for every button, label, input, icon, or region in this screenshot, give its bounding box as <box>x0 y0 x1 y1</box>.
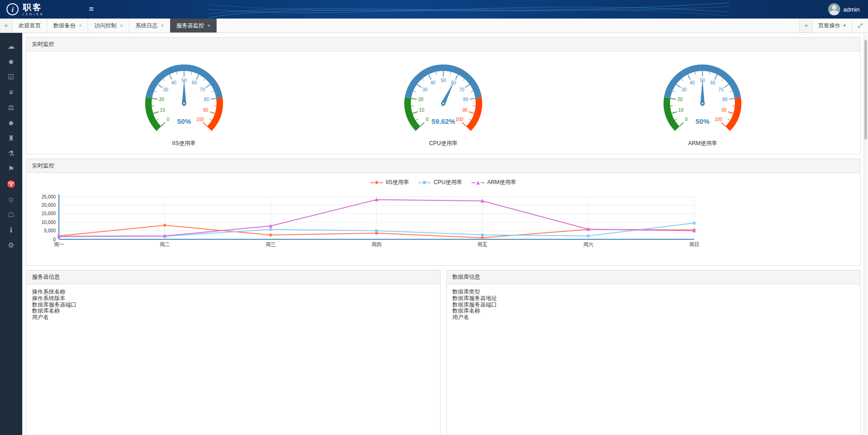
svg-text:周日: 周日 <box>689 242 699 247</box>
legend-item-3[interactable]: ARM使用率 <box>472 179 517 186</box>
tab-actions-label: 页签操作 <box>818 22 840 30</box>
sidebar-item-lab[interactable]: ⚗ <box>0 146 22 161</box>
sidebar-item-bank[interactable]: ⚖ <box>0 100 22 115</box>
bank-icon: ⚖ <box>8 103 14 112</box>
tab-label: 系统日志 <box>135 22 158 30</box>
legend-rect-icon <box>423 181 426 184</box>
tab-3[interactable]: 访问控制× <box>88 19 129 32</box>
svg-text:20: 20 <box>677 97 683 102</box>
tab-4[interactable]: 系统日志× <box>129 19 170 32</box>
sidebar-item-team[interactable]: ☻ <box>0 115 22 130</box>
info-row: 服务器信息 操作系统名称 操作系统版本 数据库服务器端口 数据库名称 用户名 数… <box>26 270 861 435</box>
sidebar-item-settings[interactable]: ⚙ <box>0 237 22 253</box>
tab-actions-dropdown[interactable]: 页签操作 ▼ <box>812 19 852 32</box>
top-navbar: i 职客 IZHIKE ≡ admin <box>0 0 868 19</box>
logo-icon: i <box>6 3 19 15</box>
database-info-body: 数据库类型 数据库服务器地址 数据库服务器端口 数据库名称 用户名 <box>447 284 861 435</box>
vertical-scrollbar[interactable] <box>863 33 868 434</box>
main-area: ☁☻☑¥⚖☻♜⚗⚑♈☺☖ℹ⚙ 实时监控 01020304050607080901… <box>0 33 868 435</box>
svg-text:90: 90 <box>721 108 727 113</box>
sidebar-item-finance[interactable]: ¥ <box>0 84 22 100</box>
approve-icon: ☑ <box>8 73 14 81</box>
tab-1[interactable]: 欢迎首页 <box>13 19 47 32</box>
legend-label: CPU使用率 <box>434 179 462 186</box>
legend-dash <box>472 182 475 183</box>
tab-close-icon[interactable]: × <box>161 23 164 28</box>
svg-text:30: 30 <box>163 87 168 92</box>
svg-text:100: 100 <box>455 117 463 122</box>
database-info-panel: 数据库信息 数据库类型 数据库服务器地址 数据库服务器端口 数据库名称 用户名 <box>447 270 861 435</box>
user-group-icon: ☻ <box>7 58 15 65</box>
svg-text:59.62%: 59.62% <box>432 117 455 125</box>
brand-logo[interactable]: i 职客 IZHIKE <box>0 3 82 16</box>
svg-text:周六: 周六 <box>583 242 594 247</box>
tab-2[interactable]: 数据备份× <box>47 19 88 32</box>
arm-gauge-chart: 010203040506070809010050% <box>651 57 753 136</box>
fullscreen-button[interactable]: ⤢ <box>852 19 868 32</box>
tabs-scroll-left-button[interactable]: « <box>0 19 13 32</box>
svg-text:10: 10 <box>160 108 165 113</box>
sidebar-toggle-button[interactable]: ≡ <box>84 3 98 16</box>
logo-letter: i <box>12 6 13 13</box>
sidebar-item-archive[interactable]: ♜ <box>0 130 22 146</box>
tab-label: 服务器监控 <box>176 22 204 30</box>
legend-triangle-icon <box>476 181 480 185</box>
usage-line-chart: 05,00010,00015,00020,00025,000周一周二周三周四周五… <box>31 192 847 253</box>
fullscreen-icon: ⤢ <box>858 22 862 29</box>
gauge-iis: 010203040506070809010050% IIS使用率 <box>133 57 235 147</box>
gauge-label: CPU使用率 <box>429 140 457 147</box>
legend-item-1[interactable]: IIS使用率 <box>370 179 409 186</box>
info-field: 操作系统名称 <box>32 289 434 295</box>
info-field: 操作系统版本 <box>32 295 434 302</box>
svg-text:周二: 周二 <box>160 242 170 247</box>
tab-5[interactable]: 服务器监控× <box>170 19 217 32</box>
finance-icon: ¥ <box>9 88 13 96</box>
tab-close-icon[interactable]: × <box>207 23 210 28</box>
tab-close-icon[interactable]: × <box>79 23 82 28</box>
sidebar-item-info[interactable]: ℹ <box>0 222 22 237</box>
panel-title: 数据库信息 <box>447 270 861 284</box>
legend-item-2[interactable]: CPU使用率 <box>418 179 462 186</box>
tab-close-icon[interactable]: × <box>120 23 122 28</box>
svg-text:60: 60 <box>451 80 457 85</box>
gauge-label: ARM使用率 <box>688 140 717 147</box>
user-menu[interactable]: admin <box>828 3 868 15</box>
svg-text:5,000: 5,000 <box>44 228 56 233</box>
legend-dash <box>481 182 485 183</box>
tab-label: 访问控制 <box>94 22 116 30</box>
scrollbar-thumb[interactable] <box>864 40 867 140</box>
svg-text:0: 0 <box>685 117 688 122</box>
sidebar-item-sitemap[interactable]: ♈ <box>0 176 22 192</box>
svg-text:80: 80 <box>463 97 469 102</box>
lab-icon: ⚗ <box>8 149 14 158</box>
sidebar-item-monitor[interactable]: ☖ <box>0 207 22 222</box>
sidebar-item-user[interactable]: ☺ <box>0 192 22 207</box>
info-field: 数据库服务器端口 <box>32 302 434 308</box>
gauge-cpu: 010203040506070809010059.62% CPU使用率 <box>392 57 494 147</box>
svg-text:0: 0 <box>426 117 429 122</box>
svg-text:0: 0 <box>166 117 169 122</box>
legend-dash <box>370 182 374 183</box>
info-icon: ℹ <box>10 226 13 234</box>
archive-icon: ♜ <box>8 134 14 142</box>
line-chart-body: IIS使用率CPU使用率ARM使用率 05,00010,00015,00020,… <box>26 173 860 265</box>
panel-title: 实时监控 <box>26 38 860 51</box>
info-field: 用户名 <box>32 314 434 321</box>
svg-text:周四: 周四 <box>371 242 382 247</box>
svg-text:周三: 周三 <box>266 242 276 247</box>
tabs-scroll-right-button[interactable]: » <box>799 19 812 32</box>
username-label: admin <box>843 6 860 13</box>
sidebar-item-user-group[interactable]: ☻ <box>0 54 22 69</box>
sidebar-item-education[interactable]: ⚑ <box>0 161 22 176</box>
settings-icon: ⚙ <box>8 241 14 249</box>
svg-text:80: 80 <box>204 97 209 102</box>
info-field: 数据库服务器端口 <box>453 302 855 308</box>
info-field: 数据库名称 <box>453 308 855 314</box>
svg-text:40: 40 <box>171 80 177 85</box>
sidebar-item-share[interactable]: ☁ <box>0 38 22 54</box>
realtime-line-panel: 实时监控 IIS使用率CPU使用率ARM使用率 05,00010,00015,0… <box>26 159 861 266</box>
svg-text:周一: 周一 <box>54 242 64 247</box>
sidebar-item-approve[interactable]: ☑ <box>0 69 22 84</box>
server-info-panel: 服务器信息 操作系统名称 操作系统版本 数据库服务器端口 数据库名称 用户名 <box>26 270 440 435</box>
tab-label: 数据备份 <box>53 22 76 30</box>
